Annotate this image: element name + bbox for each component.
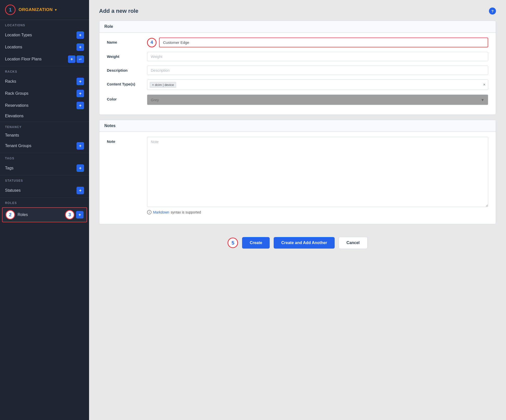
- name-input[interactable]: [159, 38, 488, 47]
- org-step-badge: 1: [5, 5, 16, 15]
- role-card-body: Name 4 Weight Description Content Type(s…: [99, 33, 496, 115]
- step3-badge: 3: [65, 210, 75, 220]
- sidebar-item-label: Locations: [5, 45, 22, 49]
- add-location-types-button[interactable]: +: [77, 31, 84, 39]
- tags-section: TAGS Tags +: [0, 153, 89, 175]
- sidebar-item-racks[interactable]: Racks +: [0, 75, 89, 87]
- add-tags-button[interactable]: +: [77, 164, 84, 172]
- color-dropdown-arrow-icon: ▼: [481, 98, 484, 102]
- sidebar-item-label: Tenant Groups: [5, 144, 31, 148]
- sidebar-item-label: Location Floor Plans: [5, 57, 42, 61]
- help-button[interactable]: ?: [489, 8, 496, 15]
- sidebar-item-statuses[interactable]: Statuses +: [0, 184, 89, 196]
- name-field-wrapper: 4: [147, 38, 488, 47]
- org-title: ORGANIZATION: [19, 7, 53, 12]
- sidebar-item-tenants[interactable]: Tenants: [0, 131, 89, 140]
- notes-card-header: Notes: [99, 120, 496, 132]
- content-type-x-prefix: ×: [152, 83, 154, 87]
- color-select[interactable]: Grey ▼: [147, 94, 488, 105]
- content-types-label: Content Type(s): [107, 79, 147, 86]
- sidebar-item-tenant-groups[interactable]: Tenant Groups +: [0, 140, 89, 152]
- page-title: Add a new role: [99, 8, 138, 14]
- add-rack-groups-button[interactable]: +: [77, 90, 84, 97]
- content-types-row: Content Type(s) × dcim | device ×: [107, 79, 488, 90]
- add-racks-button[interactable]: +: [77, 78, 84, 85]
- add-statuses-button[interactable]: +: [77, 187, 84, 194]
- locations-section-label: LOCATIONS: [0, 24, 89, 29]
- color-label: Color: [107, 94, 147, 101]
- step4-badge: 4: [147, 38, 157, 47]
- name-row: Name 4: [107, 38, 488, 47]
- content-type-value: dcim | device: [155, 83, 174, 87]
- locations-section: LOCATIONS Location Types + Locations + L…: [0, 20, 89, 66]
- content-type-tag: × dcim | device: [150, 82, 176, 88]
- description-row: Description: [107, 66, 488, 75]
- note-textarea[interactable]: [147, 137, 488, 207]
- tenancy-section: TENANCY Tenants Tenant Groups +: [0, 122, 89, 153]
- sidebar-item-label: Elevations: [5, 114, 24, 118]
- role-card: Role Name 4 Weight Description: [99, 21, 496, 115]
- add-roles-button[interactable]: +: [76, 211, 84, 219]
- markdown-link[interactable]: Markdown: [153, 210, 169, 214]
- content-type-clear-button[interactable]: ×: [483, 82, 485, 87]
- create-button[interactable]: Create: [242, 237, 270, 249]
- sidebar-item-label: Roles: [18, 213, 28, 217]
- markdown-hint-text: syntax is supported: [171, 210, 201, 214]
- add-locations-button[interactable]: +: [77, 43, 84, 51]
- statuses-section-label: STATUSES: [0, 179, 89, 184]
- sidebar-item-rack-groups[interactable]: Rack Groups +: [0, 87, 89, 99]
- weight-label: Weight: [107, 52, 147, 59]
- racks-section-label: RACKS: [0, 70, 89, 75]
- sidebar-item-label: Location Types: [5, 33, 32, 37]
- description-label: Description: [107, 66, 147, 72]
- step5-badge: 5: [228, 238, 238, 248]
- sidebar-item-location-floor-plans[interactable]: Location Floor Plans + ⇌: [0, 53, 89, 65]
- weight-row: Weight: [107, 52, 488, 61]
- color-select-value: Grey: [151, 98, 159, 102]
- note-row: Note i Markdown syntax is supported: [107, 137, 488, 215]
- sidebar-item-label: Tags: [5, 166, 14, 170]
- sidebar-item-tags[interactable]: Tags +: [0, 162, 89, 174]
- notes-card-body: Note i Markdown syntax is supported: [99, 132, 496, 224]
- create-and-add-another-button[interactable]: Create and Add Another: [274, 237, 335, 249]
- notes-card: Notes Note i Markdown syntax is supporte…: [99, 120, 496, 224]
- info-icon: i: [147, 210, 152, 215]
- form-footer: 5 Create Create and Add Another Cancel: [99, 232, 496, 254]
- main-content: Add a new role ? Role Name 4 Weight Desc…: [89, 0, 506, 420]
- roles-section-label: ROLES: [0, 201, 89, 207]
- add-reservations-button[interactable]: +: [77, 102, 84, 109]
- sync-location-floor-plans-button[interactable]: ⇌: [77, 55, 84, 63]
- sidebar: 1 ORGANIZATION ▼ LOCATIONS Location Type…: [0, 0, 89, 420]
- sidebar-item-locations[interactable]: Locations +: [0, 41, 89, 53]
- sidebar-item-label: Rack Groups: [5, 91, 28, 96]
- racks-section: RACKS Racks + Rack Groups + Reservations…: [0, 66, 89, 122]
- cancel-button[interactable]: Cancel: [339, 237, 367, 249]
- add-location-floor-plans-button[interactable]: +: [68, 55, 76, 63]
- sidebar-item-location-types[interactable]: Location Types +: [0, 29, 89, 41]
- sidebar-item-label: Statuses: [5, 188, 21, 193]
- markdown-hint: i Markdown syntax is supported: [147, 210, 488, 215]
- tags-section-label: TAGS: [0, 157, 89, 162]
- statuses-section: STATUSES Statuses +: [0, 175, 89, 197]
- sidebar-item-label: Tenants: [5, 133, 19, 138]
- sidebar-item-reservations[interactable]: Reservations +: [0, 99, 89, 112]
- color-row: Color Grey ▼: [107, 94, 488, 105]
- weight-input[interactable]: [147, 52, 488, 61]
- add-tenant-groups-button[interactable]: +: [77, 142, 84, 150]
- sidebar-item-elevations[interactable]: Elevations: [0, 112, 89, 121]
- sidebar-item-label: Reservations: [5, 103, 28, 108]
- tenancy-section-label: TENANCY: [0, 125, 89, 131]
- org-dropdown-arrow: ▼: [54, 8, 57, 12]
- page-header: Add a new role ?: [99, 8, 496, 15]
- roles-section: ROLES 2 Roles 3 +: [0, 197, 89, 224]
- name-label: Name: [107, 38, 147, 44]
- role-card-header: Role: [99, 21, 496, 33]
- org-header[interactable]: 1 ORGANIZATION ▼: [0, 0, 89, 20]
- step2-badge: 2: [6, 210, 15, 220]
- sidebar-item-label: Racks: [5, 79, 16, 84]
- sidebar-item-roles[interactable]: 2 Roles 3 +: [2, 207, 87, 222]
- description-input[interactable]: [147, 66, 488, 75]
- note-label: Note: [107, 137, 147, 144]
- location-floor-plans-buttons: + ⇌: [68, 55, 84, 63]
- content-types-input[interactable]: × dcim | device ×: [147, 79, 488, 90]
